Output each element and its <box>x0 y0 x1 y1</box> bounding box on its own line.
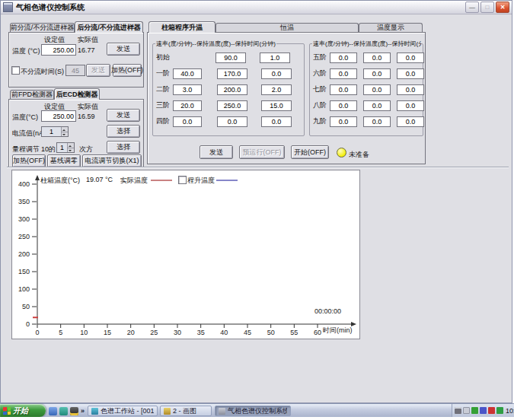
program-temp-input[interactable] <box>215 52 246 63</box>
spinner-buttons[interactable] <box>67 143 74 152</box>
program-rate-input[interactable] <box>173 116 202 127</box>
quick-launch-icon-1[interactable] <box>49 407 57 415</box>
detector-temp-set-input[interactable] <box>41 110 76 122</box>
tab-rear-injector[interactable]: 后分流/不分流进样器 <box>75 21 143 33</box>
program-row: 七阶 <box>310 81 423 97</box>
start-button[interactable]: 开始 <box>0 404 46 417</box>
injector-tabstrip: 前分流/不分流进样器 后分流/不分流进样器 <box>10 21 144 33</box>
program-temp-input[interactable] <box>363 52 391 63</box>
app-icon <box>219 408 225 415</box>
range-select-button[interactable]: 选择 <box>107 141 140 154</box>
tab-constant-temperature[interactable]: 恒温 <box>215 23 359 32</box>
detector-temp-actual-value: 16.59 <box>78 113 95 120</box>
program-row: 二阶 <box>153 81 304 97</box>
title-bar[interactable]: 气相色谱仪控制系统 — □ ✕ <box>1 1 512 14</box>
tab-front-fpd-detector[interactable]: 前FPD检测器 <box>10 90 54 99</box>
program-temp-input[interactable] <box>363 116 391 127</box>
program-temp-input[interactable] <box>363 84 391 95</box>
program-temp-input[interactable] <box>217 116 247 127</box>
detector-send-button[interactable]: 发送 <box>107 109 140 122</box>
program-time-input[interactable] <box>397 52 424 63</box>
splitless-time-checkbox[interactable] <box>11 66 20 75</box>
app-window: 气相色谱仪控制系统 — □ ✕ 前分流/不分流进样器 后分流/不分流进样器 设定… <box>0 0 512 403</box>
maximize-button[interactable]: □ <box>480 2 494 13</box>
oven-send-button[interactable]: 发送 <box>200 145 233 159</box>
splitless-time-input[interactable] <box>65 65 85 76</box>
detector-tabstrip: 前FPD检测器 后ECD检测器 <box>10 88 144 100</box>
tray-icon[interactable] <box>488 407 495 414</box>
program-time-input[interactable] <box>261 68 292 79</box>
program-time-input[interactable] <box>261 100 292 111</box>
program-rate-input[interactable] <box>173 84 202 95</box>
injector-send-button[interactable]: 发送 <box>107 43 140 56</box>
tab-program-temperature[interactable]: 柱箱程序升温 <box>148 21 215 33</box>
current-value-input[interactable] <box>42 127 61 136</box>
spin-down-icon[interactable] <box>67 148 74 153</box>
current-value-spinner[interactable] <box>41 126 69 137</box>
quick-launch-icon-3[interactable] <box>70 407 78 415</box>
program-temp-input[interactable] <box>217 100 247 111</box>
tray-icon[interactable] <box>496 407 503 414</box>
tray-icon[interactable] <box>463 407 470 414</box>
injector-heat-button[interactable]: 加热(OFF) <box>113 64 142 77</box>
range-spinner[interactable] <box>56 142 75 153</box>
program-rate-input[interactable] <box>330 52 357 63</box>
minimize-button[interactable]: — <box>465 2 479 13</box>
desktop: 气相色谱仪控制系统 — □ ✕ 前分流/不分流进样器 后分流/不分流进样器 设定… <box>0 0 514 420</box>
program-rate-input[interactable] <box>330 68 357 79</box>
program-rate-input[interactable] <box>330 84 357 95</box>
program-time-input[interactable] <box>260 52 290 63</box>
prerun-button: 预运行(OFF) <box>239 145 285 159</box>
baseline-zero-button[interactable]: 基线调零 <box>47 154 81 167</box>
range-input[interactable] <box>57 143 67 152</box>
taskbar-task-paint[interactable]: 2 - 画图 <box>160 406 212 416</box>
program-step-label: 三阶 <box>156 100 171 110</box>
program-step-label: 七阶 <box>313 84 328 94</box>
current-switch-button[interactable]: 电流调节切换(X1) <box>82 154 142 167</box>
svg-text:30: 30 <box>174 329 181 336</box>
program-time-input[interactable] <box>261 116 292 127</box>
injector-temp-set-input[interactable] <box>41 44 76 56</box>
program-time-input[interactable] <box>397 100 424 111</box>
svg-text:50: 50 <box>267 329 275 336</box>
program-time-input[interactable] <box>397 84 424 95</box>
window-icon <box>3 2 13 12</box>
program-row: 初始 <box>153 49 304 65</box>
program-temp-input[interactable] <box>363 68 391 79</box>
spin-down-icon[interactable] <box>61 132 68 137</box>
chevron-icon[interactable]: » <box>81 407 85 415</box>
program-time-input[interactable] <box>261 84 292 95</box>
program-rate-input[interactable] <box>173 68 202 79</box>
current-select-button[interactable]: 选择 <box>107 125 140 138</box>
injector-panel: 前分流/不分流进样器 后分流/不分流进样器 设定值 实际值 温度 (°C) 16… <box>8 21 144 88</box>
program-rate-input[interactable] <box>173 100 202 111</box>
taskbar-task-workstation[interactable]: 色谱工作站 - [001] <box>88 406 158 416</box>
svg-text:150: 150 <box>18 268 30 275</box>
tab-temperature-display[interactable]: 温度显示 <box>359 23 423 32</box>
start-run-button[interactable]: 开始(OFF) <box>291 145 329 159</box>
program-temp-input[interactable] <box>217 84 247 95</box>
app-icon <box>91 408 98 415</box>
program-time-input[interactable] <box>397 68 424 79</box>
taskbar-task-gc-control[interactable]: 气相色谱仪控制系统 <box>215 406 291 416</box>
program-temp-input[interactable] <box>363 100 391 111</box>
printer-icon[interactable] <box>455 407 461 414</box>
program-temp-input[interactable] <box>217 68 247 79</box>
tray-icon[interactable] <box>480 407 487 414</box>
tab-front-injector[interactable]: 前分流/不分流进样器 <box>10 23 75 32</box>
program-rate-input[interactable] <box>330 100 357 111</box>
tray-icon[interactable] <box>471 407 478 414</box>
program-row: 九阶 <box>310 113 423 129</box>
close-button[interactable]: ✕ <box>496 2 509 13</box>
spinner-buttons[interactable] <box>61 127 68 136</box>
svg-text:40: 40 <box>220 329 228 336</box>
tab-rear-ecd-detector[interactable]: 后ECD检测器 <box>54 88 100 100</box>
quick-launch: » <box>49 406 85 416</box>
quick-launch-icon-2[interactable] <box>59 407 68 415</box>
ready-status-led <box>337 148 346 158</box>
program-row: 四阶 <box>153 113 304 129</box>
detector-heat-button[interactable]: 加热(OFF) <box>12 154 46 167</box>
program-time-input[interactable] <box>397 116 424 127</box>
program-rate-input[interactable] <box>330 116 357 127</box>
actual-value-header: 实际值 <box>78 102 98 112</box>
